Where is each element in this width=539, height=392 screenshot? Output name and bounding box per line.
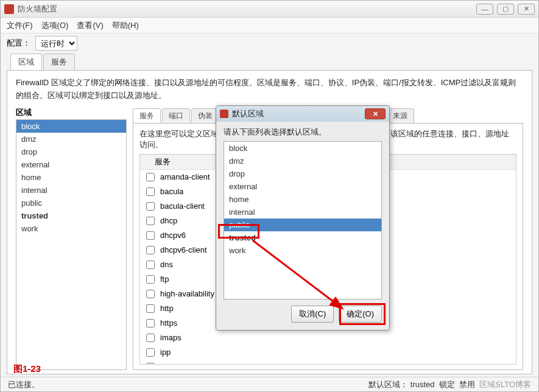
dialog-zone-item-public[interactable]: public [224,219,381,231]
dialog-zone-item-dmz[interactable]: dmz [224,155,381,167]
service-checkbox-ipp-client[interactable] [146,363,155,365]
menu-help[interactable]: 帮助(H) [112,20,139,31]
zone-item-work[interactable]: work [16,222,126,235]
service-label: dhcp [160,216,177,225]
zone-item-block[interactable]: block [16,120,126,133]
service-checkbox-ipp[interactable] [146,348,155,357]
zone-item-dmz[interactable]: dmz [16,133,126,145]
dialog-cancel-button[interactable]: 取消(C) [291,306,334,323]
dialog-app-icon [220,110,228,118]
dialog-zone-item-external[interactable]: external [224,180,381,193]
config-select[interactable]: 运行时 [35,36,77,51]
zone-item-home[interactable]: home [16,171,126,184]
service-label: dns [160,260,173,269]
zone-item-public[interactable]: public [16,197,126,209]
window-title: 防火墙配置 [18,4,476,15]
service-label: amanda-client [160,172,210,181]
service-checkbox-dhcpv6-client[interactable] [146,246,155,254]
status-bar: 已连接。 默认区域： trusted 锁定 禁用 区域SLTO博客 [1,377,538,391]
tab-services[interactable]: 服务 [43,54,75,70]
minimize-button[interactable]: — [476,4,493,15]
figure-label: 图1-23 [13,363,41,375]
service-label: bacula-client [160,201,205,211]
service-label: ipp [160,348,171,357]
config-row: 配置： 运行时 [1,33,538,53]
sub-tab-services[interactable]: 服务 [133,108,161,123]
service-row-ipp[interactable]: ipp [140,345,516,360]
dialog-zone-item-internal[interactable]: internal [224,206,381,219]
service-label: bacula [160,187,183,196]
service-checkbox-https[interactable] [146,319,155,327]
service-checkbox-ftp[interactable] [146,275,155,284]
service-label: dhcpv6-client [160,245,207,254]
service-checkbox-http[interactable] [146,304,155,313]
service-checkbox-dns[interactable] [146,261,155,269]
service-checkbox-bacula-client[interactable] [146,202,155,211]
sub-tab-ports[interactable]: 端口 [162,108,190,123]
service-label: https [160,318,177,327]
dialog-zone-item-block[interactable]: block [224,142,381,155]
tab-zones[interactable]: 区域 [10,54,42,70]
zone-item-internal[interactable]: internal [16,184,126,197]
service-label: dhcpv6 [160,231,186,240]
service-label: high-availability [160,289,214,298]
service-label: ipp-client [160,362,192,365]
zone-list-header: 区域 [16,107,127,118]
dialog-zone-item-work[interactable]: work [224,244,381,257]
menu-options[interactable]: 选项(O) [41,20,69,31]
menu-bar: 文件(F) 选项(O) 查看(V) 帮助(H) [1,18,538,33]
zone-listbox[interactable]: blockdmzdropexternalhomeinternalpublictr… [16,119,127,370]
dialog-close-button[interactable]: ✕ [365,108,386,119]
app-icon [4,4,14,14]
default-zone-dialog: 默认区域 ✕ 请从下面列表选择默认区域。 blockdmzdropexterna… [216,105,390,331]
title-bar: 防火墙配置 — ▢ ✕ [1,1,538,18]
status-default-zone: 默认区域： trusted 锁定 禁用 区域SLTO博客 [368,379,531,390]
zone-item-trusted[interactable]: trusted [16,209,126,222]
service-checkbox-dhcpv6[interactable] [146,231,155,240]
maximize-button[interactable]: ▢ [497,4,514,15]
service-label: ftp [160,275,169,284]
service-checkbox-high-availability[interactable] [146,290,155,298]
menu-view[interactable]: 查看(V) [77,20,103,31]
close-button[interactable]: ✕ [518,4,535,15]
menu-file[interactable]: 文件(F) [7,20,33,31]
service-checkbox-amanda-client[interactable] [146,173,155,181]
service-label: http [160,304,174,313]
config-label: 配置： [7,38,30,49]
service-checkbox-bacula[interactable] [146,187,155,196]
service-row-ipp-client[interactable]: ipp-client [140,360,516,365]
zone-item-drop[interactable]: drop [16,145,126,158]
dialog-ok-button[interactable]: 确定(O) [339,306,382,323]
service-checkbox-dhcp[interactable] [146,217,155,225]
service-label: imaps [160,333,181,342]
dialog-zone-item-home[interactable]: home [224,193,381,206]
dialog-zone-item-drop[interactable]: drop [224,167,381,180]
dialog-zone-list[interactable]: blockdmzdropexternalhomeinternalpublictr… [224,141,382,299]
dialog-title-bar: 默认区域 ✕ [216,106,389,122]
main-tab-strip: 区域 服务 [10,53,532,70]
service-checkbox-imaps[interactable] [146,334,155,342]
zone-description: FirewallD 区域定义了绑定的网络连接、接口以及源地址的可信程度。区域是服… [16,77,523,102]
zone-item-external[interactable]: external [16,158,126,171]
dialog-zone-item-trusted[interactable]: trusted [224,231,381,244]
sub-tab-source[interactable]: 来源 [386,108,414,123]
status-connected: 已连接。 [8,379,40,390]
dialog-prompt: 请从下面列表选择默认区域。 [224,127,382,138]
service-row-imaps[interactable]: imaps [140,331,516,345]
dialog-title: 默认区域 [232,108,365,119]
